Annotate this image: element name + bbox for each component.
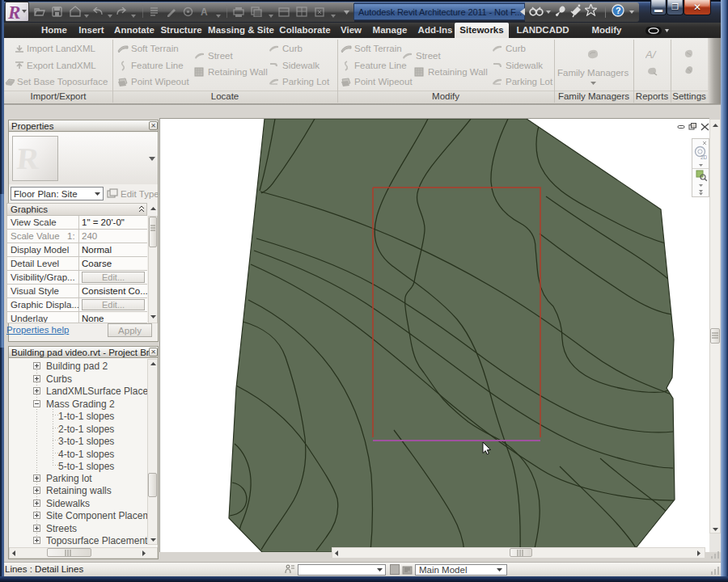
svg-text:2D: 2D [700,154,707,160]
svg-text:A: A [201,6,208,17]
svg-text:R: R [7,2,20,21]
svg-text:A/: A/ [645,48,657,60]
svg-text:?: ? [616,6,621,15]
svg-text:R: R [15,141,41,175]
